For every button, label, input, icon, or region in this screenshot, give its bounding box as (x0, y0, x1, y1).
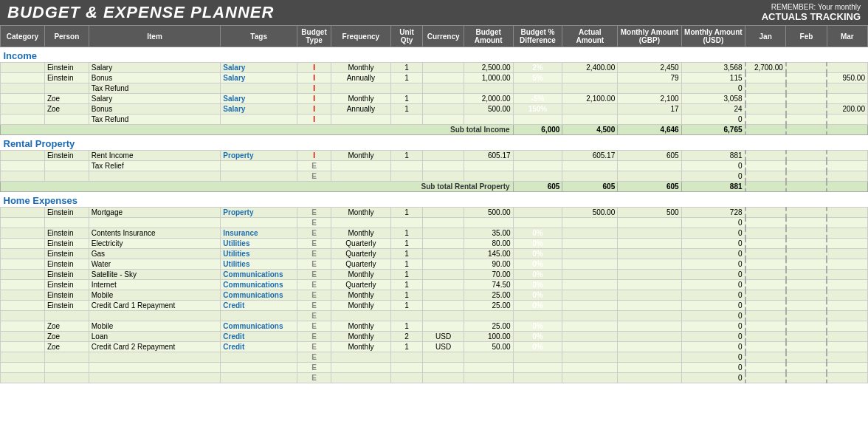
table-cell[interactable]: 0 (681, 171, 745, 182)
table-cell[interactable]: Zoe (44, 94, 89, 104)
table-cell[interactable] (786, 73, 827, 83)
table-cell[interactable]: Einstein (44, 249, 89, 259)
table-cell[interactable]: 0% (513, 270, 562, 280)
table-cell[interactable] (745, 94, 786, 104)
table-cell[interactable] (618, 321, 681, 332)
table-cell[interactable] (464, 83, 513, 94)
table-cell[interactable]: 50.00 (464, 342, 513, 352)
table-cell[interactable] (618, 280, 681, 290)
table-cell[interactable]: Einstein (44, 270, 89, 280)
table-cell[interactable]: 0 (681, 161, 745, 171)
table-cell[interactable]: E (297, 228, 331, 239)
table-cell[interactable]: 2,500.00 (464, 63, 513, 73)
table-cell[interactable]: I (297, 83, 331, 94)
table-cell[interactable] (562, 239, 618, 249)
table-cell[interactable]: 1 (390, 208, 423, 218)
table-cell[interactable]: 1 (390, 228, 423, 239)
table-cell[interactable]: 80.00 (464, 239, 513, 249)
table-cell[interactable]: Credit Card 2 Repayment (89, 342, 221, 352)
table-cell[interactable]: 1 (390, 301, 423, 311)
table-cell[interactable] (331, 83, 391, 94)
table-cell[interactable]: 0% (513, 342, 562, 352)
table-cell[interactable] (786, 208, 827, 218)
table-cell[interactable] (745, 239, 786, 249)
table-row[interactable]: EinsteinSatellite - SkyCommunicationsEMo… (1, 270, 868, 280)
table-cell[interactable] (44, 352, 89, 363)
table-cell[interactable]: I (297, 94, 331, 104)
table-cell[interactable] (1, 280, 45, 290)
table-cell[interactable]: Credit (221, 342, 297, 352)
table-cell[interactable]: 605 (618, 151, 681, 161)
table-cell[interactable] (423, 228, 464, 239)
table-cell[interactable] (827, 83, 867, 94)
table-cell[interactable] (786, 332, 827, 342)
table-cell[interactable] (562, 114, 618, 125)
table-row[interactable]: Tax ReliefE0 (1, 161, 868, 171)
table-cell[interactable]: 17 (618, 104, 681, 114)
table-cell[interactable] (618, 373, 681, 383)
table-cell[interactable]: Einstein (44, 301, 89, 311)
table-cell[interactable]: Salary (221, 73, 297, 83)
table-cell[interactable] (1, 151, 45, 161)
table-cell[interactable]: 100.00 (464, 332, 513, 342)
table-cell[interactable]: 145.00 (464, 249, 513, 259)
table-cell[interactable]: Salary (89, 63, 221, 73)
table-cell[interactable]: 500.00 (562, 208, 618, 218)
table-cell[interactable]: Bonus (89, 73, 221, 83)
table-cell[interactable]: 0 (681, 311, 745, 321)
table-cell[interactable]: 1 (390, 249, 423, 259)
table-cell[interactable]: 1 (390, 151, 423, 161)
table-cell[interactable] (390, 352, 423, 363)
table-cell[interactable]: 0% (513, 301, 562, 311)
table-cell[interactable] (786, 94, 827, 104)
table-cell[interactable] (1, 73, 45, 83)
table-cell[interactable] (513, 161, 562, 171)
table-cell[interactable]: -5% (513, 94, 562, 104)
table-cell[interactable] (562, 83, 618, 94)
table-row[interactable]: E0 (1, 352, 868, 363)
table-cell[interactable] (423, 83, 464, 94)
table-cell[interactable]: 200.00 (827, 104, 867, 114)
table-cell[interactable]: Communications (221, 290, 297, 301)
table-cell[interactable]: 115 (681, 73, 745, 83)
table-cell[interactable] (745, 280, 786, 290)
table-cell[interactable] (618, 352, 681, 363)
table-cell[interactable]: 0% (513, 249, 562, 259)
table-cell[interactable] (618, 259, 681, 270)
table-cell[interactable]: 605.17 (464, 151, 513, 161)
table-cell[interactable]: 0 (681, 352, 745, 363)
table-cell[interactable]: E (297, 280, 331, 290)
table-cell[interactable] (513, 83, 562, 94)
table-cell[interactable] (745, 218, 786, 228)
table-cell[interactable]: 1,000.00 (464, 73, 513, 83)
table-cell[interactable] (827, 63, 867, 73)
table-cell[interactable]: 500.00 (464, 104, 513, 114)
table-cell[interactable]: Monthly (331, 228, 391, 239)
table-cell[interactable] (786, 161, 827, 171)
table-cell[interactable] (745, 228, 786, 239)
table-cell[interactable] (390, 363, 423, 373)
table-cell[interactable] (745, 104, 786, 114)
table-cell[interactable] (562, 332, 618, 342)
table-cell[interactable] (513, 311, 562, 321)
table-cell[interactable] (786, 311, 827, 321)
table-cell[interactable]: Tax Relief (89, 161, 221, 171)
table-cell[interactable] (618, 171, 681, 182)
table-cell[interactable]: E (297, 363, 331, 373)
table-cell[interactable] (786, 249, 827, 259)
table-cell[interactable] (745, 171, 786, 182)
table-cell[interactable]: 1 (390, 73, 423, 83)
table-cell[interactable]: E (297, 342, 331, 352)
table-cell[interactable]: Monthly (331, 301, 391, 311)
table-cell[interactable] (786, 104, 827, 114)
table-cell[interactable]: 1 (390, 94, 423, 104)
table-cell[interactable]: Monthly (331, 342, 391, 352)
table-cell[interactable]: E (297, 239, 331, 249)
table-cell[interactable] (745, 342, 786, 352)
table-cell[interactable]: 3,568 (681, 63, 745, 73)
table-cell[interactable] (1, 311, 45, 321)
table-cell[interactable]: Gas (89, 249, 221, 259)
table-cell[interactable] (44, 311, 89, 321)
table-cell[interactable]: 1 (390, 104, 423, 114)
table-cell[interactable]: 2,100 (618, 94, 681, 104)
